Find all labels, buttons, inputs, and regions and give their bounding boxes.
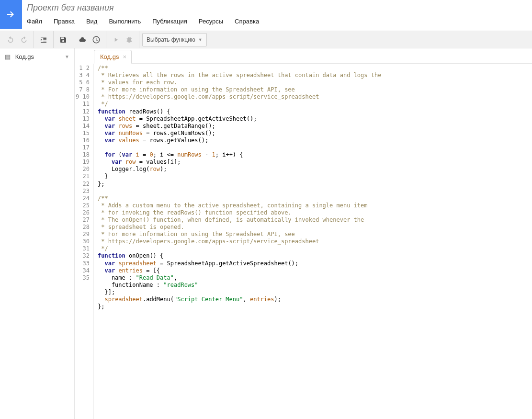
close-icon[interactable]: × [123, 53, 126, 60]
undo-button[interactable] [4, 33, 17, 46]
project-title[interactable]: Проект без названия [27, 3, 528, 13]
function-selector[interactable]: Выбрать функцию ▼ [142, 33, 207, 46]
menu-resources[interactable]: Ресурсы [199, 16, 228, 27]
bug-icon [125, 36, 133, 44]
undo-icon [7, 36, 14, 44]
tab-active[interactable]: Код.gs × [94, 50, 132, 64]
code-editor[interactable]: 1 2 3 4 5 6 7 8 9 10 11 12 13 14 15 16 1… [75, 64, 532, 419]
menu-help[interactable]: Справка [235, 16, 264, 27]
header: Проект без названия Файл Правка Вид Выпо… [0, 0, 532, 31]
main: Код.gs × 1 2 3 4 5 6 7 8 9 10 11 12 13 1… [75, 48, 532, 419]
code-area[interactable]: /** * Retrieves all the rows in the acti… [94, 64, 532, 419]
menu-run[interactable]: Выполнить [109, 16, 146, 27]
tab-label: Код.gs [100, 53, 119, 60]
body: ▤ Код.gs ▼ Код.gs × 1 2 3 4 5 6 7 8 9 10… [0, 48, 532, 419]
file-name: Код.gs [15, 53, 34, 60]
clock-icon [92, 35, 101, 44]
run-button[interactable] [109, 33, 123, 46]
debug-button[interactable] [123, 33, 136, 46]
cloud-icon [79, 35, 87, 44]
play-icon [113, 36, 119, 43]
sidebar: ▤ Код.gs ▼ [0, 48, 75, 419]
cloud-deploy-button[interactable] [76, 33, 90, 46]
chevron-down-icon[interactable]: ▼ [65, 54, 69, 59]
menu-edit[interactable]: Правка [54, 16, 79, 27]
tabbar: Код.gs × [94, 48, 532, 64]
app-logo [0, 0, 22, 29]
save-button[interactable] [57, 33, 70, 46]
indent-button[interactable] [37, 33, 50, 46]
indent-icon [40, 36, 47, 44]
menu-view[interactable]: Вид [86, 16, 102, 27]
menu-file[interactable]: Файл [27, 16, 47, 27]
redo-icon [20, 36, 28, 44]
chevron-down-icon: ▼ [198, 37, 203, 42]
menubar: Файл Правка Вид Выполнить Публикация Рес… [27, 16, 528, 31]
menu-publish[interactable]: Публикация [152, 16, 192, 27]
save-icon [59, 36, 67, 44]
triggers-button[interactable] [90, 33, 103, 46]
function-selector-label: Выбрать функцию [147, 36, 195, 43]
arrow-right-icon [5, 9, 17, 20]
toolbar: Выбрать функцию ▼ [0, 31, 532, 48]
redo-button[interactable] [17, 33, 31, 46]
gutter: 1 2 3 4 5 6 7 8 9 10 11 12 13 14 15 16 1… [75, 64, 94, 419]
file-item[interactable]: ▤ Код.gs ▼ [0, 50, 74, 63]
header-main: Проект без названия Файл Правка Вид Выпо… [22, 0, 532, 31]
file-icon: ▤ [5, 53, 11, 60]
